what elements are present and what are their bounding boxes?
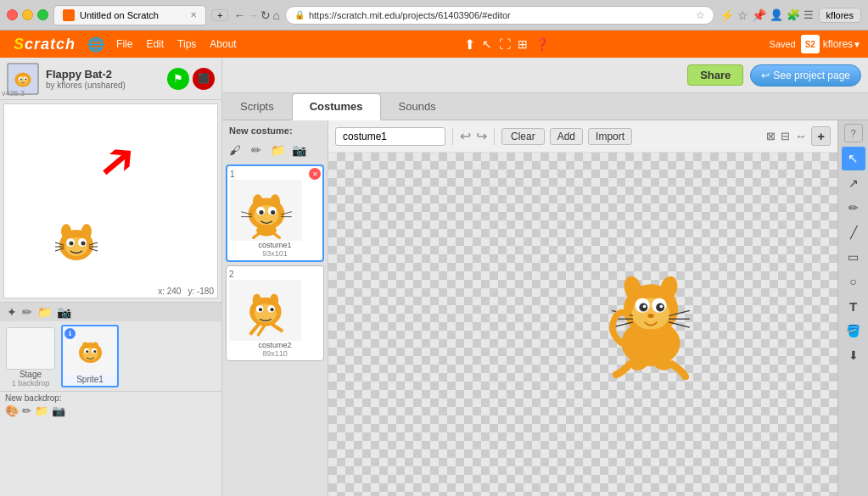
traffic-light-yellow[interactable] [22, 9, 33, 20]
tab-title: Untitled on Scratch [80, 10, 159, 20]
y-coord: y: -180 [188, 287, 214, 296]
traffic-lights [7, 9, 48, 20]
drawing-canvas[interactable] [328, 153, 837, 496]
fullscreen-icon[interactable]: ⛶ [496, 37, 514, 51]
svg-point-46 [253, 293, 261, 306]
stamp-tool[interactable]: ✦ [7, 305, 17, 319]
tab-scripts[interactable]: Scripts [222, 93, 292, 120]
transform-1[interactable]: ⊠ [766, 130, 776, 142]
globe-button[interactable]: 🌐 [82, 35, 109, 54]
username-display[interactable]: kflores [823, 38, 853, 50]
new-backdrop-label: New backdrop: [5, 393, 216, 403]
mask-icon[interactable]: 👤 [770, 8, 783, 21]
camera-tool[interactable]: 📷 [57, 305, 71, 319]
line-tool[interactable]: ╱ [842, 220, 865, 244]
green-flag-button[interactable]: ⚑ [167, 68, 189, 90]
share-button[interactable]: Share [687, 64, 743, 86]
traffic-light-green[interactable] [37, 9, 48, 20]
svg-line-55 [258, 326, 264, 335]
folder-tool[interactable]: 📁 [37, 305, 52, 319]
camera-costume[interactable]: 📷 [289, 141, 308, 159]
tab-favicon [63, 9, 75, 21]
home-button[interactable]: ⌂ [272, 8, 279, 22]
paint-backdrop[interactable]: 🎨 [5, 404, 19, 417]
star-icon[interactable]: ☆ [737, 8, 748, 22]
clear-button[interactable]: Clear [501, 128, 545, 145]
brush-backdrop[interactable]: ✏ [22, 404, 31, 417]
sprite-tools-row: ✦ ✏ 📁 📷 [0, 302, 221, 321]
bookmark-icon[interactable]: ☆ [696, 9, 705, 21]
transform-2[interactable]: ⊟ [781, 130, 790, 142]
nav-buttons: ← → ↻ ⌂ [233, 8, 279, 22]
transform-3[interactable]: ↔ [795, 130, 806, 142]
ellipse-tool[interactable]: ○ [842, 270, 865, 293]
svg-point-52 [270, 308, 273, 311]
new-tab-btn[interactable]: + [211, 9, 228, 21]
help-icon[interactable]: ❓ [531, 37, 552, 51]
url-bar[interactable]: 🔒 https://scratch.mit.edu/projects/61403… [285, 6, 714, 25]
sprite1-item[interactable]: ℹ Sprite1 [61, 325, 119, 387]
traffic-light-red[interactable] [7, 9, 18, 20]
tab-close-icon[interactable]: ✕ [190, 10, 197, 20]
costume-item-2[interactable]: 2 [226, 265, 324, 361]
paint-costume[interactable]: 🖌 [226, 141, 244, 159]
browser-action-icons: ⚡ ☆ 📌 👤 🧩 ☰ [720, 8, 814, 22]
lightning-icon[interactable]: ⚡ [720, 8, 734, 22]
pen-tool[interactable]: ✏ [22, 305, 32, 319]
fill-tool[interactable]: 🪣 [842, 319, 865, 343]
tab-costumes[interactable]: Costumes [292, 93, 381, 120]
settings-icon[interactable]: ☰ [804, 8, 814, 21]
back-button[interactable]: ← [233, 8, 245, 22]
extension-icon[interactable]: 🧩 [787, 8, 800, 21]
see-project-button[interactable]: ↩ See project page [750, 64, 861, 86]
new-costume-label: New costume: [226, 124, 324, 139]
user-dropdown-icon[interactable]: ▼ [853, 40, 861, 49]
x-coord: x: 240 [158, 287, 181, 296]
tab-bar: Scripts Costumes Sounds [222, 93, 868, 120]
browser-tab-active[interactable]: Untitled on Scratch ✕ [53, 5, 206, 25]
help-question-btn[interactable]: ? [844, 124, 863, 142]
tips-menu[interactable]: Tips [171, 35, 203, 53]
costume-name-input[interactable] [335, 127, 445, 146]
add-canvas-btn[interactable]: + [811, 126, 831, 146]
svg-line-54 [272, 325, 281, 331]
tools-sidebar: ? ↖ ↗ ✏ ╱ ▭ ○ T 🪣 ⬇ [837, 120, 868, 496]
add-button[interactable]: Add [550, 128, 583, 145]
svg-point-36 [259, 210, 263, 215]
folder-costume[interactable]: 📁 [268, 141, 287, 159]
svg-point-7 [25, 78, 26, 80]
refresh-button[interactable]: ↻ [260, 8, 271, 22]
undo-button[interactable]: ↩ [460, 128, 471, 144]
pin-icon[interactable]: 📌 [752, 8, 766, 22]
upload-icon[interactable]: ⬆ [461, 36, 479, 53]
costume-item-1[interactable]: ✕ 1 [226, 164, 324, 262]
costume-1-img [230, 180, 302, 241]
redo-button[interactable]: ↪ [476, 128, 487, 144]
text-tool[interactable]: T [842, 294, 865, 318]
rect-tool[interactable]: ▭ [842, 245, 865, 269]
forward-button[interactable]: → [247, 8, 259, 22]
svg-point-66 [660, 304, 664, 308]
red-stop-button[interactable]: ⬛ [193, 68, 215, 90]
folder-backdrop[interactable]: 📁 [35, 404, 48, 417]
about-menu[interactable]: About [203, 35, 243, 53]
shrink-icon[interactable]: ⊞ [514, 37, 531, 51]
file-menu[interactable]: File [109, 35, 139, 53]
stage-cat-sprite [51, 213, 102, 272]
arrow-tool[interactable]: ↖ [842, 147, 865, 170]
edit-menu[interactable]: Edit [139, 35, 171, 53]
reshape-tool[interactable]: ↗ [842, 171, 865, 195]
svg-point-9 [61, 224, 71, 239]
camera-backdrop[interactable]: 📷 [52, 404, 65, 417]
stage-sprite-item[interactable]: Stage 1 backdrop [5, 327, 56, 387]
sprite-info: Flappy Bat-2 by kflores (unshared) [46, 68, 126, 90]
brush-costume[interactable]: ✏ [247, 141, 266, 159]
stamp-tool-right[interactable]: ⬇ [842, 343, 865, 367]
pencil-tool[interactable]: ✏ [842, 196, 865, 220]
costume-2-size: 89x110 [229, 349, 321, 358]
cursor-icon[interactable]: ↖ [479, 37, 496, 51]
costume-close-1[interactable]: ✕ [309, 168, 321, 180]
import-button[interactable]: Import [588, 128, 632, 145]
new-backdrop-row: New backdrop: 🎨 ✏ 📁 📷 [0, 391, 221, 421]
tab-sounds[interactable]: Sounds [381, 93, 454, 120]
